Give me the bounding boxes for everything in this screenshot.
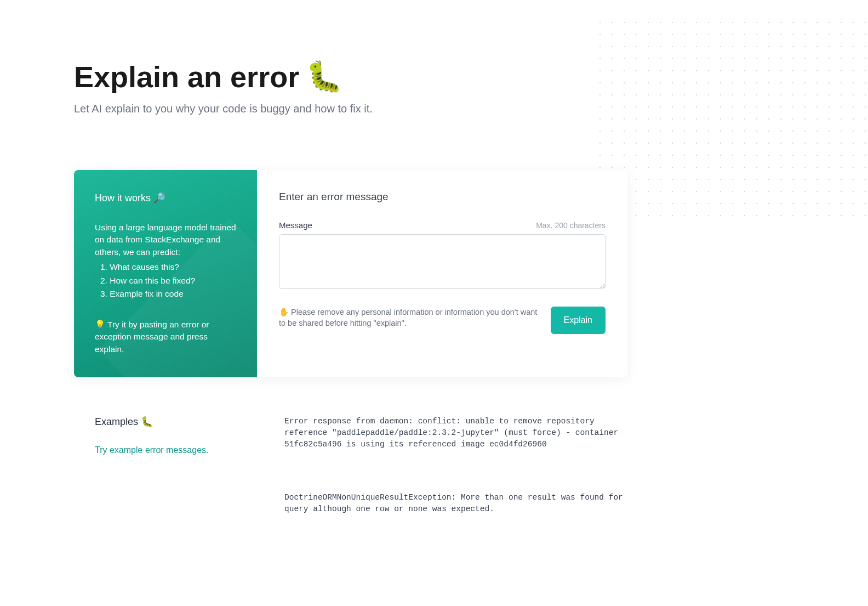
main-card: How it works 🔎 Using a large language mo…	[74, 170, 627, 377]
page-container: Explain an error 🐛 Let AI explain to you…	[0, 0, 868, 557]
explain-button[interactable]: Explain	[551, 307, 606, 334]
how-it-works-try: 💡 Try it by pasting an error or exceptio…	[95, 319, 238, 355]
examples-list: Error response from daemon: conflict: un…	[284, 416, 627, 557]
form-heading: Enter an error message	[279, 191, 606, 203]
how-item-1: 1. What causes this?	[100, 260, 238, 274]
page-title: Explain an error 🐛	[74, 59, 794, 94]
bug-icon: 🐛	[306, 59, 342, 94]
form-panel: Enter an error message Message Max. 200 …	[257, 170, 627, 377]
action-row: ✋ Please remove any personal information…	[279, 307, 606, 334]
example-item-1[interactable]: Error response from daemon: conflict: un…	[284, 416, 627, 450]
how-it-works-title: How it works 🔎	[95, 192, 238, 204]
page-title-text: Explain an error	[74, 60, 299, 94]
how-it-works-list: 1. What causes this? 2. How can this be …	[95, 260, 238, 301]
label-row: Message Max. 200 characters	[279, 220, 606, 230]
how-item-3: 3. Example fix in code	[100, 287, 238, 301]
char-limit-label: Max. 200 characters	[536, 221, 606, 230]
examples-description: Try example error messages.	[95, 445, 257, 455]
page-subtitle: Let AI explain to you why your code is b…	[74, 103, 794, 115]
example-item-2[interactable]: DoctrineORMNonUniqueResultException: Mor…	[284, 492, 627, 515]
how-it-works-description: Using a large language model trained on …	[95, 222, 238, 258]
how-item-2: 2. How can this be fixed?	[100, 274, 238, 287]
examples-title: Examples 🐛	[95, 416, 257, 428]
examples-left: Examples 🐛 Try example error messages.	[74, 416, 257, 557]
privacy-note: ✋ Please remove any personal information…	[279, 307, 540, 329]
how-it-works-panel: How it works 🔎 Using a large language mo…	[74, 170, 257, 377]
message-textarea[interactable]	[279, 234, 606, 289]
message-label: Message	[279, 220, 312, 230]
examples-section: Examples 🐛 Try example error messages. E…	[74, 416, 627, 557]
